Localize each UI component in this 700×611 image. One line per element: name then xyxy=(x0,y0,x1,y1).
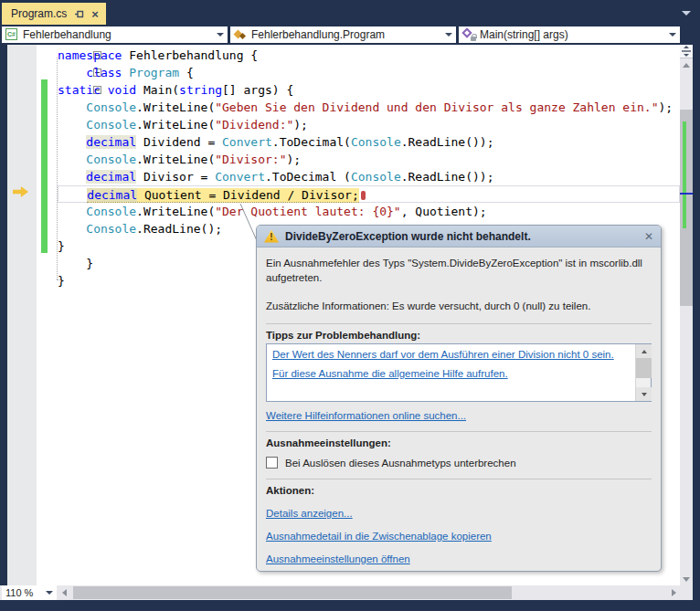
scroll-down-icon[interactable] xyxy=(683,577,690,582)
scroll-down-icon[interactable] xyxy=(636,387,652,401)
chevron-down-icon xyxy=(445,33,452,37)
chevron-down-icon xyxy=(217,33,224,37)
chevron-down-icon xyxy=(669,33,676,37)
troubleshooting-tips-list[interactable]: Der Wert des Nenners darf vor dem Ausfüh… xyxy=(266,343,652,402)
exception-assistant-dialog: ! DivideByZeroException wurde nicht beha… xyxy=(256,225,662,572)
type-dropdown[interactable]: Fehlerbehandlung.Program xyxy=(230,26,456,43)
tip-link[interactable]: Für diese Ausnahme die allgemeine Hilfe … xyxy=(272,368,629,379)
scroll-right-icon[interactable] xyxy=(672,589,676,596)
document-well-dropdown-icon[interactable] xyxy=(682,11,691,16)
actions-heading: Aktionen: xyxy=(266,485,652,496)
document-tab-bar: Program.cs × xyxy=(0,0,700,25)
type-dropdown-label: Fehlerbehandlung.Program xyxy=(251,28,440,41)
project-dropdown-label: Fehlerbehandlung xyxy=(23,28,211,41)
break-on-exception-checkbox[interactable] xyxy=(266,457,278,469)
glyph-margin[interactable] xyxy=(7,45,37,585)
class-icon xyxy=(234,28,248,41)
tips-heading: Tipps zur Problembehandlung: xyxy=(266,330,652,341)
vertical-scrollbar[interactable] xyxy=(680,45,693,585)
exception-dialog-title: DivideByZeroException wurde nicht behand… xyxy=(285,230,638,243)
close-icon[interactable]: ✕ xyxy=(644,231,653,242)
scrollbar-change-mark xyxy=(683,121,686,228)
zoom-level-value: 110 % xyxy=(5,587,40,598)
tips-scrollbar[interactable] xyxy=(635,344,651,401)
member-dropdown-label: Main(string[] args) xyxy=(480,28,663,41)
scroll-up-icon[interactable] xyxy=(636,344,652,358)
code-line[interactable]: Console.WriteLine("Dividend:"); xyxy=(58,116,680,133)
code-line[interactable]: decimal Divisor = Convert.ToDecimal (Con… xyxy=(58,168,680,185)
tab-title: Program.cs xyxy=(11,7,67,20)
view-details-link[interactable]: Details anzeigen... xyxy=(266,508,652,519)
window-frame-bottom xyxy=(0,600,700,611)
warning-icon: ! xyxy=(264,230,279,243)
code-line[interactable]: static void Main(string[] args) { xyxy=(58,81,680,99)
member-dropdown[interactable]: Main(string[] args) xyxy=(459,26,680,43)
exception-additional-info: Zusätzliche Informationen: Es wurde vers… xyxy=(266,299,652,313)
scroll-up-icon[interactable] xyxy=(683,63,690,68)
pin-icon[interactable] xyxy=(74,9,84,19)
code-line[interactable]: class Program { xyxy=(58,64,680,81)
splitter-handle[interactable] xyxy=(680,45,693,58)
zoom-level-dropdown[interactable]: 110 % xyxy=(2,585,57,600)
code-line[interactable]: Console.WriteLine("Geben Sie den Dividen… xyxy=(58,99,680,116)
tab-program-cs[interactable]: Program.cs × xyxy=(2,3,106,25)
code-line[interactable]: namespace Fehlerbehandlung { xyxy=(58,47,680,64)
exception-dialog-body: Ein Ausnahmefehler des Typs "System.Divi… xyxy=(257,256,661,564)
copy-exception-detail-link[interactable]: Ausnahmedetail in die Zwischenablage kop… xyxy=(266,531,652,542)
break-on-exception-label: Bei Auslösen dieses Ausnahmetyps unterbr… xyxy=(285,458,516,469)
change-tracking-bar xyxy=(41,79,48,253)
tab-close-icon[interactable]: × xyxy=(91,8,99,20)
exception-settings-heading: Ausnahmeeinstellungen: xyxy=(266,437,652,448)
scroll-left-icon[interactable] xyxy=(62,589,67,596)
separator xyxy=(266,479,652,479)
tips-scrollbar-thumb[interactable] xyxy=(636,358,652,378)
error-glyph xyxy=(361,191,366,200)
open-exception-settings-link[interactable]: Ausnahmeeinstellungen öffnen xyxy=(266,553,652,564)
separator xyxy=(266,431,652,432)
exception-highlight: decimal Quotient = Dividend / Divisor; xyxy=(87,188,358,203)
tip-link[interactable]: Der Wert des Nenners darf vor dem Ausfüh… xyxy=(272,349,629,360)
window-frame-right xyxy=(693,0,700,611)
search-help-online-link[interactable]: Weitere Hilfeinformationen online suchen… xyxy=(266,410,466,421)
editor-bottom-bar: 110 % xyxy=(0,585,700,600)
code-line[interactable]: Console.WriteLine("Der Quotient lautet: … xyxy=(58,203,680,220)
exception-dialog-header[interactable]: ! DivideByZeroException wurde nicht beha… xyxy=(257,226,661,248)
separator xyxy=(266,323,652,324)
break-on-exception-row[interactable]: Bei Auslösen dieses Ausnahmetyps unterbr… xyxy=(266,457,652,469)
project-dropdown[interactable]: C# Fehlerbehandlung xyxy=(2,26,228,43)
method-icon xyxy=(462,28,476,41)
code-line[interactable]: decimal Dividend = Convert.ToDecimal(Con… xyxy=(58,133,680,151)
exception-message: Ein Ausnahmefehler des Typs "System.Divi… xyxy=(266,256,653,285)
horizontal-scrollbar-thumb[interactable] xyxy=(73,586,512,599)
exception-code-line[interactable]: decimal Quotient = Dividend / Divisor; xyxy=(58,185,680,203)
navigation-bar: C# Fehlerbehandlung Fehlerbehandlung.Pro… xyxy=(0,25,700,45)
chevron-down-icon xyxy=(46,591,53,595)
scrollbar-caret-mark xyxy=(680,193,693,195)
code-line[interactable]: Console.WriteLine("Divisor:"); xyxy=(58,151,680,168)
csharp-project-icon: C# xyxy=(5,28,19,41)
